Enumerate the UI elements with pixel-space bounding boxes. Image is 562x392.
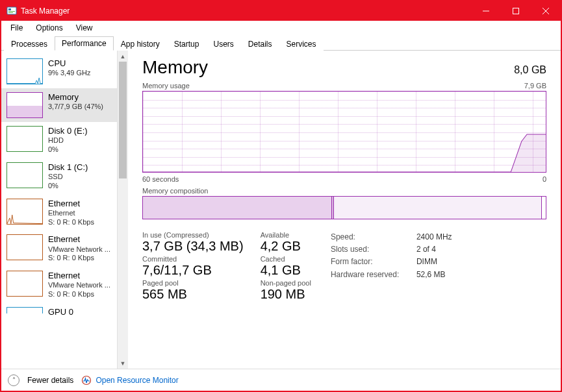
svg-point-8 (83, 376, 91, 384)
svg-rect-2 (8, 11, 15, 12)
stat-in-use: 3,7 GB (34,3 MB) (142, 239, 244, 254)
stat-label: Paged pool (142, 279, 244, 287)
open-resource-monitor-text: Open Resource Monitor (96, 376, 178, 385)
comp-in-use (143, 197, 332, 219)
app-icon (6, 6, 17, 16)
fewer-details-toggle[interactable]: ˄ (8, 374, 19, 386)
disk-thumb-icon (6, 126, 43, 152)
window-title: Task Manager (21, 6, 70, 16)
page-title: Memory (142, 57, 208, 78)
menu-options[interactable]: Options (29, 22, 69, 34)
sidebar-item-label: Ethernet (48, 271, 110, 281)
axis-right: 0 (543, 175, 546, 183)
sidebar-item-label: Disk 0 (E:) (48, 126, 88, 136)
sidebar-item-ethernet-2[interactable]: EthernetVMware Network ...S: 0 R: 0 Kbps (1, 267, 117, 303)
memory-usage-chart (142, 91, 546, 173)
disk-thumb-icon (6, 162, 43, 188)
stat-nonpaged: 190 MB (261, 287, 311, 302)
ethernet-thumb-icon (6, 271, 43, 297)
sidebar-item-label: GPU 0 (48, 307, 73, 317)
scroll-up-icon[interactable]: ▲ (118, 51, 128, 62)
sidebar-item-gpu0[interactable]: GPU 0 (1, 303, 117, 317)
sidebar-item-ethernet-0[interactable]: EthernetEthernetS: 0 R: 0 Kbps (1, 195, 117, 231)
ethernet-thumb-icon (6, 199, 43, 225)
sidebar-item-sub: VMware Network ... (48, 245, 110, 254)
gpu-thumb-icon (6, 307, 43, 313)
maximize-button[interactable] (501, 1, 531, 21)
tab-users[interactable]: Users (206, 37, 240, 51)
sidebar-item-sub2: S: 0 R: 0 Kbps (48, 218, 94, 227)
menu-bar: File Options View (1, 21, 561, 35)
sidebar-item-sub: 3,7/7,9 GB (47%) (48, 103, 103, 112)
sidebar-item-disk0[interactable]: Disk 0 (E:)HDD0% (1, 122, 117, 158)
minimize-button[interactable] (471, 1, 501, 21)
svg-rect-1 (8, 8, 11, 10)
sidebar-item-cpu[interactable]: CPU9% 3,49 GHz (1, 55, 117, 88)
detail-speed: 2400 MHz (416, 231, 452, 243)
tab-details[interactable]: Details (241, 37, 279, 51)
stat-label: In use (Compressed) (142, 231, 244, 239)
titlebar: Task Manager (1, 1, 561, 21)
cpu-thumb-icon (6, 58, 43, 84)
open-resource-monitor-link[interactable]: Open Resource Monitor (81, 375, 178, 386)
memory-thumb-icon (6, 92, 43, 118)
main-panel: Memory 8,0 GB Memory usage 7,9 GB 60 sec… (128, 51, 561, 369)
tab-startup[interactable]: Startup (167, 37, 207, 51)
detail-key: Speed: (331, 231, 409, 243)
sidebar-item-label: Disk 1 (C:) (48, 162, 88, 173)
sidebar-item-sub: VMware Network ... (48, 281, 110, 290)
sidebar-item-sub: 9% 3,49 GHz (48, 69, 90, 78)
close-button[interactable] (531, 1, 561, 21)
tab-services[interactable]: Services (279, 37, 324, 51)
stat-committed: 7,6/11,7 GB (142, 263, 244, 278)
memory-composition-bar (142, 196, 546, 219)
sidebar-item-label: Ethernet (48, 234, 110, 245)
composition-label: Memory composition (142, 187, 546, 195)
stat-label: Non-paged pool (261, 279, 311, 287)
footer-bar: ˄ Fewer details Open Resource Monitor (1, 369, 561, 391)
sidebar-item-label: CPU (48, 58, 90, 69)
axis-left: 60 seconds (142, 175, 179, 183)
sidebar-item-label: Memory (48, 92, 103, 103)
sidebar-item-sub2: 0% (48, 145, 88, 154)
detail-form: DIMM (416, 256, 437, 268)
svg-rect-0 (7, 7, 16, 14)
svg-rect-5 (513, 8, 519, 14)
detail-key: Form factor: (331, 256, 409, 268)
menu-file[interactable]: File (4, 22, 29, 34)
sidebar-item-sub: HDD (48, 136, 88, 145)
stat-label: Committed (142, 255, 244, 263)
sidebar-item-memory[interactable]: Memory3,7/7,9 GB (47%) (1, 88, 117, 122)
fewer-details-label[interactable]: Fewer details (27, 376, 73, 385)
scroll-down-icon[interactable]: ▼ (118, 358, 128, 369)
stat-paged: 565 MB (142, 287, 244, 302)
tab-app-history[interactable]: App history (114, 37, 167, 51)
resource-monitor-icon (81, 375, 92, 386)
chart-label-right: 7,9 GB (524, 82, 546, 90)
detail-slots: 2 of 4 (416, 243, 436, 256)
memory-details: Speed:2400 MHz Slots used:2 of 4 Form fa… (331, 231, 452, 302)
sidebar-item-sub: SSD (48, 173, 88, 182)
detail-key: Hardware reserved: (331, 269, 409, 281)
resource-sidebar: CPU9% 3,49 GHz Memory3,7/7,9 GB (47%) Di… (1, 51, 117, 369)
chart-label-left: Memory usage (142, 82, 190, 90)
scroll-thumb[interactable] (119, 62, 127, 178)
comp-standby (334, 197, 541, 219)
chevron-up-icon: ˄ (12, 376, 16, 384)
stat-label: Cached (261, 255, 311, 263)
tab-processes[interactable]: Processes (4, 37, 55, 51)
svg-rect-3 (8, 12, 13, 13)
menu-view[interactable]: View (70, 22, 99, 34)
sidebar-item-disk1[interactable]: Disk 1 (C:)SSD0% (1, 158, 117, 195)
sidebar-item-label: Ethernet (48, 199, 94, 209)
sidebar-item-ethernet-1[interactable]: EthernetVMware Network ...S: 0 R: 0 Kbps (1, 230, 117, 267)
sidebar-item-sub2: S: 0 R: 0 Kbps (48, 254, 110, 263)
stat-cached: 4,1 GB (261, 263, 311, 278)
ethernet-thumb-icon (6, 234, 43, 260)
sidebar-item-sub: Ethernet (48, 209, 94, 218)
tab-strip: Processes Performance App history Startu… (1, 35, 561, 51)
tab-performance[interactable]: Performance (55, 36, 114, 51)
sidebar-scrollbar[interactable]: ▲ ▼ (117, 51, 128, 369)
memory-total: 8,0 GB (514, 64, 546, 76)
sidebar-item-sub2: S: 0 R: 0 Kbps (48, 290, 110, 299)
